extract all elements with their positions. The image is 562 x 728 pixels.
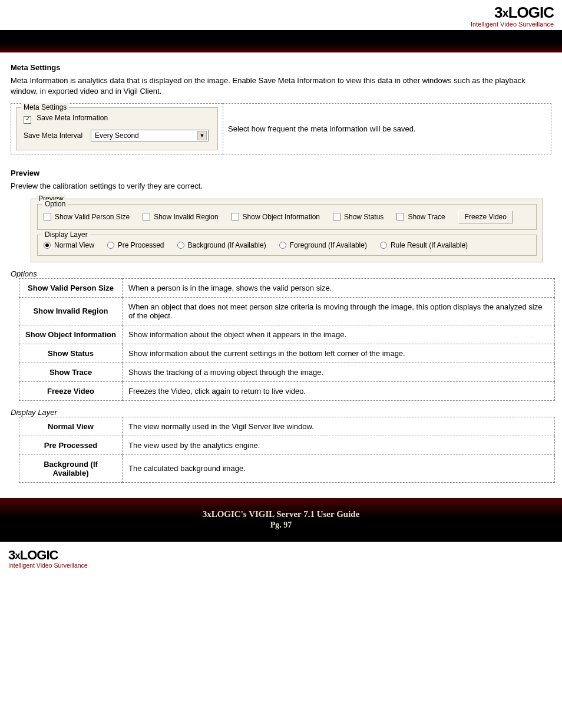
radio-icon [177, 242, 184, 249]
save-meta-label: Save Meta Information [37, 114, 108, 122]
layer-normal-view[interactable]: Normal View [44, 241, 94, 249]
header-brand-area: 3xLOGIC Intelligent Video Surveillance [0, 0, 562, 30]
footer-title: 3xLOGIC's VIGIL Server 7.1 User Guide [203, 509, 360, 519]
option-show-trace[interactable]: Show Trace [396, 213, 445, 221]
option-valid-person[interactable]: Show Valid Person Size [44, 213, 130, 221]
preview-intro: Preview the calibration settings to veri… [11, 181, 551, 192]
table-row: Show Object InformationShow information … [19, 325, 555, 344]
save-meta-interval-dropdown[interactable]: Every Second ▼ [91, 130, 209, 141]
footer-band: 3xLOGIC's VIGIL Server 7.1 User Guide Pg… [0, 498, 562, 542]
table-row: Show Valid Person SizeWhen a person is i… [19, 278, 555, 297]
brand-name-footer: 3xLOGIC [8, 548, 554, 563]
table-row: Pre ProcessedThe view used by the analyt… [19, 436, 555, 454]
brand-tagline-footer: Intelligent Video Surveillance [8, 562, 554, 569]
radio-icon [107, 242, 114, 249]
checkbox-icon [143, 213, 150, 220]
option-object-info[interactable]: Show Object Information [232, 213, 320, 221]
preview-heading: Preview [11, 169, 551, 177]
save-meta-interval-label: Save Meta Interval [24, 131, 82, 140]
brand-name: 3xLOGIC [471, 4, 554, 22]
options-table: Show Valid Person SizeWhen a person is i… [19, 278, 555, 401]
meta-settings-desc-cell: Select how frequent the meta information… [223, 103, 551, 154]
table-row: Freeze VideoFreezes the Video, click aga… [19, 381, 555, 400]
preview-option-fieldset: Option Show Valid Person Size Show Inval… [37, 204, 537, 230]
meta-settings-row: Meta Settings Save Meta Information Save… [11, 103, 551, 154]
checkbox-icon [44, 213, 51, 220]
save-meta-interval-row: Save Meta Interval Every Second ▼ [24, 130, 210, 141]
checkbox-icon [396, 213, 404, 220]
page-content: Meta Settings Meta Information is analyt… [0, 52, 562, 483]
display-layer-table: Normal ViewThe view normally used in the… [19, 417, 555, 483]
display-layer-subheading: Display Layer [11, 408, 551, 417]
layer-background[interactable]: Background (If Available) [177, 241, 266, 249]
chevron-down-icon: ▼ [197, 131, 207, 140]
freeze-video-button[interactable]: Freeze Video [458, 210, 513, 223]
table-row: Show StatusShow information about the cu… [19, 344, 555, 363]
save-meta-row: Save Meta Information [24, 114, 210, 124]
meta-fieldset-legend: Meta Settings [21, 103, 69, 111]
display-layer-legend: Display Layer [42, 230, 90, 239]
option-show-status[interactable]: Show Status [333, 213, 384, 221]
layer-foreground[interactable]: Foreground (If Available) [279, 241, 367, 249]
brand-logo-footer: 3xLOGIC Intelligent Video Surveillance [8, 548, 554, 569]
table-row: Normal ViewThe view normally used in the… [19, 417, 555, 436]
meta-settings-intro: Meta Information is analytics data that … [11, 75, 551, 96]
option-invalid-region[interactable]: Show Invalid Region [143, 213, 218, 221]
table-row: Show TraceShows the tracking of a moving… [19, 363, 555, 381]
brand-logo: 3xLOGIC Intelligent Video Surveillance [471, 4, 554, 28]
preview-fieldset: Preview Option Show Valid Person Size Sh… [31, 199, 543, 262]
save-meta-interval-value: Every Second [95, 131, 139, 140]
checkbox-icon [232, 213, 239, 220]
table-row: Show Invalid RegionWhen an object that d… [19, 297, 555, 325]
preview-ui-wrap: Preview Option Show Valid Person Size Sh… [31, 199, 551, 262]
radio-icon [380, 242, 387, 249]
footer-page: Pg. 97 [270, 521, 292, 530]
options-subheading: Options [11, 269, 551, 278]
meta-settings-fieldset: Meta Settings Save Meta Information Save… [16, 107, 218, 150]
footer-brand-area: 3xLOGIC Intelligent Video Surveillance [0, 542, 562, 577]
table-row: Background (If Available)The calculated … [19, 454, 555, 482]
header-band [0, 30, 562, 52]
checkbox-icon [333, 213, 340, 220]
radio-icon [279, 242, 286, 249]
save-meta-checkbox[interactable] [24, 116, 31, 124]
brand-tagline: Intelligent Video Surveillance [471, 21, 554, 28]
radio-icon [44, 242, 51, 249]
option-legend: Option [42, 200, 68, 208]
meta-settings-heading: Meta Settings [11, 63, 551, 72]
preview-display-layer-fieldset: Display Layer Normal View Pre Processed … [37, 235, 537, 256]
meta-settings-desc: Select how frequent the meta information… [228, 124, 416, 133]
meta-settings-ui-cell: Meta Settings Save Meta Information Save… [11, 103, 223, 154]
layer-rule-result[interactable]: Rule Result (If Available) [380, 241, 468, 249]
layer-pre-processed[interactable]: Pre Processed [107, 241, 164, 249]
